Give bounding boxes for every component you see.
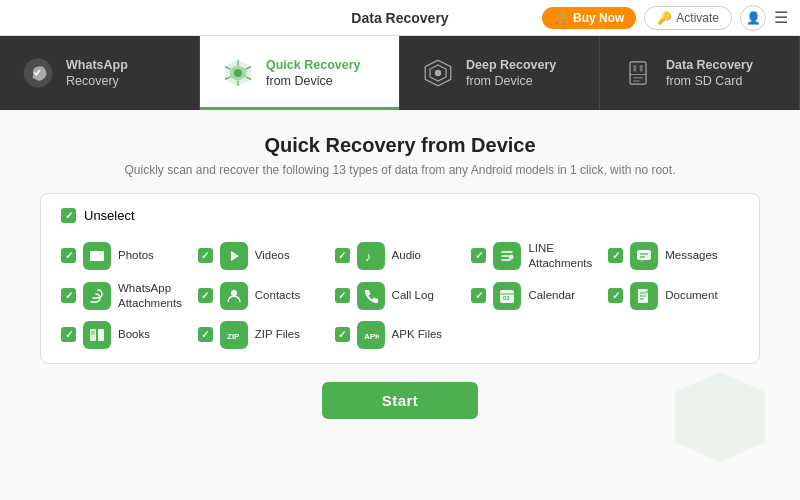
sdcard-tab-icon	[620, 55, 656, 91]
list-item: Books	[61, 321, 192, 349]
svg-point-22	[509, 254, 514, 259]
main-title: Quick Recovery from Device	[40, 134, 760, 157]
list-item: LINE Attachments	[471, 241, 602, 271]
svg-marker-20	[231, 251, 239, 261]
books-checkbox[interactable]	[61, 327, 76, 342]
start-button[interactable]: Start	[322, 382, 479, 419]
line-icon	[493, 242, 521, 270]
contacts-label: Contacts	[255, 288, 300, 303]
messages-label: Messages	[665, 248, 717, 263]
zip-icon: ZIP	[220, 321, 248, 349]
main-subtitle: Quickly scan and recover the following 1…	[40, 163, 760, 177]
svg-text:ZIP: ZIP	[227, 332, 240, 341]
calllog-label: Call Log	[392, 288, 434, 303]
svg-text:♪: ♪	[365, 249, 372, 264]
unselect-row: Unselect	[61, 208, 739, 229]
document-label: Document	[665, 288, 717, 303]
whatsapp-att-label: WhatsApp Attachments	[118, 281, 192, 311]
calendar-checkbox[interactable]	[471, 288, 486, 303]
svg-rect-14	[633, 65, 636, 71]
svg-rect-23	[637, 250, 651, 260]
document-checkbox[interactable]	[608, 288, 623, 303]
zip-label: ZIP Files	[255, 327, 300, 342]
selection-box: Unselect Photos Videos ♪	[40, 193, 760, 364]
unselect-label: Unselect	[84, 208, 135, 223]
videos-icon	[220, 242, 248, 270]
books-label: Books	[118, 327, 150, 342]
list-item: Document	[608, 281, 739, 311]
svg-point-26	[231, 290, 237, 296]
zip-checkbox[interactable]	[198, 327, 213, 342]
activate-button[interactable]: 🔑 Activate	[644, 6, 732, 30]
contacts-icon	[220, 282, 248, 310]
photos-icon	[83, 242, 111, 270]
apk-label: APK Files	[392, 327, 443, 342]
list-item: ♪ Audio	[335, 241, 466, 271]
tab-sdcard-recovery[interactable]: Data Recovery from SD Card	[600, 36, 800, 110]
quick-recovery-tab-icon	[220, 55, 256, 91]
calendar-label: Calendar	[528, 288, 575, 303]
unselect-checkbox[interactable]	[61, 208, 76, 223]
apk-checkbox[interactable]	[335, 327, 350, 342]
audio-checkbox[interactable]	[335, 248, 350, 263]
messages-checkbox[interactable]	[608, 248, 623, 263]
nav-tabs: WhatsApp Recovery Quick Recovery from De…	[0, 36, 800, 110]
whatsapp-att-checkbox[interactable]	[61, 288, 76, 303]
app-title: Data Recovery	[351, 10, 448, 26]
tab-quick-recovery[interactable]: Quick Recovery from Device	[200, 36, 400, 110]
list-item: ZIP ZIP Files	[198, 321, 329, 349]
svg-point-19	[99, 253, 101, 255]
list-item: Videos	[198, 241, 329, 271]
document-icon	[630, 282, 658, 310]
tab-deep-recovery[interactable]: Deep Recovery from Device	[400, 36, 600, 110]
photos-label: Photos	[118, 248, 154, 263]
videos-label: Videos	[255, 248, 290, 263]
tab-whatsapp[interactable]: WhatsApp Recovery	[0, 36, 200, 110]
deep-recovery-tab-icon	[420, 55, 456, 91]
buy-now-button[interactable]: 🛒 Buy Now	[542, 7, 636, 29]
list-item: 03 Calendar	[471, 281, 602, 311]
audio-label: Audio	[392, 248, 421, 263]
list-item: Photos	[61, 241, 192, 271]
svg-rect-15	[640, 65, 643, 71]
list-item: Messages	[608, 241, 739, 271]
photos-checkbox[interactable]	[61, 248, 76, 263]
apk-icon: APK	[357, 321, 385, 349]
key-icon: 🔑	[657, 11, 672, 25]
cart-icon: 🛒	[554, 11, 569, 25]
main-content: Quick Recovery from Device Quickly scan …	[0, 110, 800, 500]
list-item: Call Log	[335, 281, 466, 311]
calendar-icon: 03	[493, 282, 521, 310]
svg-text:03: 03	[503, 295, 510, 301]
title-bar: Data Recovery 🛒 Buy Now 🔑 Activate 👤 ☰	[0, 0, 800, 36]
start-button-wrapper: Start	[40, 382, 760, 419]
svg-rect-35	[98, 329, 104, 341]
deep-recovery-tab-label: Deep Recovery from Device	[466, 57, 556, 90]
audio-icon: ♪	[357, 242, 385, 270]
calllog-checkbox[interactable]	[335, 288, 350, 303]
user-icon-button[interactable]: 👤	[740, 5, 766, 31]
list-item: Contacts	[198, 281, 329, 311]
svg-point-12	[435, 70, 441, 76]
title-bar-actions: 🛒 Buy Now 🔑 Activate 👤 ☰	[542, 5, 788, 31]
quick-recovery-tab-label: Quick Recovery from Device	[266, 57, 361, 90]
list-item: APK APK Files	[335, 321, 466, 349]
whatsapp-tab-icon	[20, 55, 56, 91]
svg-text:APK: APK	[364, 332, 379, 341]
messages-icon	[630, 242, 658, 270]
line-label: LINE Attachments	[528, 241, 602, 271]
svg-rect-34	[90, 329, 96, 341]
books-icon	[83, 321, 111, 349]
whatsapp-att-icon	[83, 282, 111, 310]
calllog-icon	[357, 282, 385, 310]
app-logo	[12, 8, 32, 28]
whatsapp-tab-label: WhatsApp Recovery	[66, 57, 128, 90]
menu-button[interactable]: ☰	[774, 8, 788, 27]
svg-point-3	[234, 69, 242, 77]
videos-checkbox[interactable]	[198, 248, 213, 263]
sdcard-tab-label: Data Recovery from SD Card	[666, 57, 753, 90]
items-grid: Photos Videos ♪ Audio	[61, 241, 739, 349]
list-item: WhatsApp Attachments	[61, 281, 192, 311]
line-checkbox[interactable]	[471, 248, 486, 263]
contacts-checkbox[interactable]	[198, 288, 213, 303]
